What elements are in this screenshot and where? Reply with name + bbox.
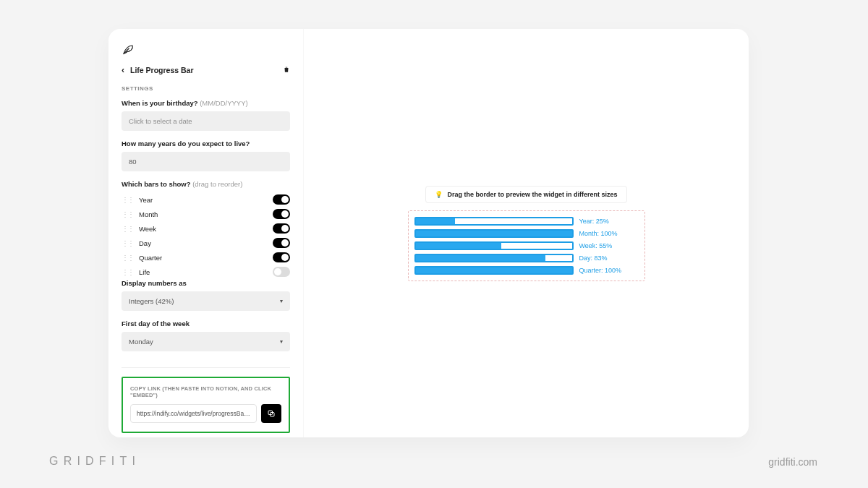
bar-toggle-label: Life bbox=[139, 268, 150, 276]
drag-handle-icon[interactable]: ⋮⋮ bbox=[122, 225, 133, 233]
bar-toggle-label: Month bbox=[139, 210, 158, 218]
progress-bar-row: Day: 83% bbox=[414, 254, 639, 262]
progress-bar-row: Quarter: 100% bbox=[414, 266, 639, 275]
delete-button[interactable] bbox=[283, 65, 290, 75]
toggle-switch[interactable] bbox=[273, 223, 290, 234]
progress-bar-fill bbox=[416, 255, 545, 261]
life-expectancy-label: How many years do you expect to live? bbox=[122, 140, 290, 147]
progress-bar-fill bbox=[416, 231, 572, 236]
drag-handle-icon[interactable]: ⋮⋮ bbox=[122, 268, 133, 276]
drag-handle-icon[interactable]: ⋮⋮ bbox=[122, 254, 133, 262]
widget-resize-frame[interactable]: Year: 25%Month: 100%Week: 55%Day: 83%Qua… bbox=[408, 210, 645, 281]
progress-bar-label: Quarter: 100% bbox=[579, 267, 622, 274]
bar-toggle-label: Year bbox=[139, 196, 153, 204]
progress-bar-track bbox=[414, 254, 574, 262]
chevron-down-icon: ▾ bbox=[280, 298, 283, 304]
feather-logo-icon bbox=[122, 43, 135, 56]
progress-bar-track bbox=[414, 229, 574, 238]
toggle-switch[interactable] bbox=[273, 267, 290, 277]
copy-link-input[interactable]: https://indify.co/widgets/live/progressB… bbox=[130, 404, 257, 423]
bar-toggle-label: Day bbox=[139, 239, 151, 247]
progress-bar-label: Day: 83% bbox=[579, 254, 608, 262]
preview-hint: 💡 Drag the border to preview the widget … bbox=[425, 186, 626, 203]
bar-toggle-label: Week bbox=[139, 225, 156, 233]
progress-bar-label: Month: 100% bbox=[579, 230, 618, 237]
bars-label: Which bars to show? (drag to reorder) bbox=[122, 180, 290, 188]
copy-button[interactable] bbox=[261, 404, 281, 423]
progress-bar-fill bbox=[416, 243, 502, 249]
display-numbers-select[interactable]: Integers (42%) ▾ bbox=[122, 291, 290, 311]
first-day-label: First day of the week bbox=[122, 320, 290, 328]
bar-toggle-label: Quarter bbox=[139, 254, 162, 262]
chevron-down-icon: ▾ bbox=[280, 338, 283, 345]
bar-toggle-row: ⋮⋮Year bbox=[122, 192, 290, 207]
first-day-select[interactable]: Monday ▾ bbox=[122, 332, 290, 351]
back-icon[interactable]: ‹ bbox=[122, 65, 124, 75]
bar-toggle-row: ⋮⋮Day bbox=[122, 236, 290, 250]
title-row: ‹ Life Progress Bar bbox=[122, 65, 290, 75]
progress-bar-row: Month: 100% bbox=[414, 229, 639, 238]
copy-link-section: COPY LINK (THEN PASTE INTO NOTION, AND C… bbox=[122, 377, 290, 433]
app-window: ‹ Life Progress Bar SETTINGS When is you… bbox=[109, 29, 749, 437]
life-expectancy-input[interactable]: 80 bbox=[122, 152, 290, 171]
lightbulb-icon: 💡 bbox=[435, 191, 443, 198]
bars-list: ⋮⋮Year⋮⋮Month⋮⋮Week⋮⋮Day⋮⋮Quarter⋮⋮Life bbox=[122, 192, 290, 279]
progress-widget: Year: 25%Month: 100%Week: 55%Day: 83%Qua… bbox=[414, 217, 639, 275]
toggle-switch[interactable] bbox=[273, 238, 290, 248]
progress-bar-label: Week: 55% bbox=[579, 242, 613, 249]
toggle-switch[interactable] bbox=[273, 194, 290, 205]
progress-bar-row: Year: 25% bbox=[414, 217, 639, 226]
drag-handle-icon[interactable]: ⋮⋮ bbox=[122, 239, 133, 247]
progress-bar-track bbox=[414, 241, 574, 250]
progress-bar-track bbox=[414, 217, 574, 226]
brand-logo-text: GRIDFITI bbox=[49, 455, 140, 468]
progress-bar-track bbox=[414, 266, 574, 275]
toggle-switch[interactable] bbox=[273, 209, 290, 219]
drag-handle-icon[interactable]: ⋮⋮ bbox=[122, 196, 133, 204]
toggle-switch[interactable] bbox=[273, 252, 290, 262]
birthday-input[interactable]: Click to select a date bbox=[122, 111, 290, 131]
page-title: Life Progress Bar bbox=[130, 66, 194, 74]
copy-link-label: COPY LINK (THEN PASTE INTO NOTION, AND C… bbox=[130, 385, 281, 398]
drag-handle-icon[interactable]: ⋮⋮ bbox=[122, 210, 133, 218]
bar-toggle-row: ⋮⋮Quarter bbox=[122, 250, 290, 265]
brand-url: gridfiti.com bbox=[768, 456, 817, 468]
bar-toggle-row: ⋮⋮Week bbox=[122, 221, 290, 236]
preview-panel: 💡 Drag the border to preview the widget … bbox=[304, 29, 749, 437]
display-numbers-label: Display numbers as bbox=[122, 279, 290, 287]
settings-section-label: SETTINGS bbox=[122, 85, 290, 92]
progress-bar-label: Year: 25% bbox=[579, 218, 609, 225]
progress-bar-fill bbox=[416, 218, 455, 224]
bar-toggle-row: ⋮⋮Month bbox=[122, 207, 290, 221]
progress-bar-fill bbox=[416, 267, 572, 273]
bar-toggle-row: ⋮⋮Life bbox=[122, 265, 290, 279]
settings-panel: ‹ Life Progress Bar SETTINGS When is you… bbox=[109, 29, 304, 437]
birthday-label: When is your birthday? (MM/DD/YYYY) bbox=[122, 99, 290, 107]
progress-bar-row: Week: 55% bbox=[414, 241, 639, 250]
divider bbox=[122, 367, 290, 368]
